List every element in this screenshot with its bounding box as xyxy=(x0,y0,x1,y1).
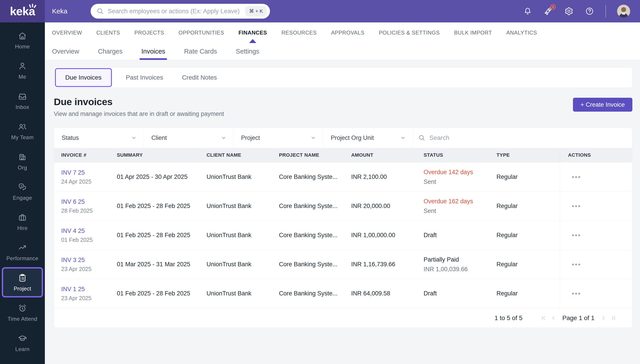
tab-projects[interactable]: PROJECTS xyxy=(134,22,164,43)
row-actions-menu-icon[interactable] xyxy=(570,290,582,297)
subtab-charges[interactable]: Charges xyxy=(98,43,123,60)
summary-cell: 01 Feb 2025 - 28 Feb 2025 xyxy=(117,232,207,239)
tab-past-invoices[interactable]: Past Invoices xyxy=(121,74,168,81)
sidebar-item-home[interactable]: Home xyxy=(0,25,45,55)
sidebar-label: Hire xyxy=(17,225,28,231)
sidebar-item-performance[interactable]: Performance xyxy=(0,237,45,267)
table-search[interactable] xyxy=(413,128,632,148)
sidebar-item-project[interactable]: Project xyxy=(2,267,43,298)
table-row: INV 6 25 28 Feb 2025 01 Feb 2025 - 28 Fe… xyxy=(54,192,632,220)
page-subtitle: View and manage invoices that are in dra… xyxy=(54,110,224,118)
prev-page-icon[interactable] xyxy=(548,313,558,323)
tab-analytics[interactable]: ANALYTICS xyxy=(506,22,537,43)
person-icon xyxy=(18,61,27,71)
summary-cell: 01 Feb 2025 - 28 Feb 2025 xyxy=(117,202,207,210)
alarm-clock-icon xyxy=(18,303,27,313)
sidebar-item-me[interactable]: Me xyxy=(0,55,45,86)
sidebar-item-my-team[interactable]: My Team xyxy=(0,116,45,146)
sidebar-label: Me xyxy=(19,74,26,80)
tab-overview[interactable]: OVERVIEW xyxy=(52,22,82,43)
tab-opportunities[interactable]: OPPORTUNITIES xyxy=(179,22,224,43)
status-badge: Partially Paid xyxy=(424,256,496,263)
first-page-icon[interactable] xyxy=(539,313,548,323)
invoice-link[interactable]: INV 3 25 xyxy=(61,257,117,264)
team-icon xyxy=(18,122,27,132)
col-invoice: INVOICE # xyxy=(54,152,117,158)
tab-finances[interactable]: FINANCES xyxy=(239,22,267,43)
status-sub: Sent xyxy=(424,208,496,214)
sidebar-item-time-attend[interactable]: Time Attend xyxy=(0,298,45,328)
col-type: TYPE xyxy=(496,152,560,158)
row-actions-menu-icon[interactable] xyxy=(570,203,582,209)
subtab-invoices[interactable]: Invoices xyxy=(141,43,165,60)
chevron-down-icon xyxy=(131,135,137,141)
breadcrumb: Keka xyxy=(52,8,67,15)
subtab-settings[interactable]: Settings xyxy=(236,43,259,60)
tab-approvals[interactable]: APPROVALS xyxy=(331,22,364,43)
client-filter-dropdown[interactable]: Client xyxy=(144,128,233,148)
notification-dot xyxy=(550,4,556,10)
invoice-date: 28 Feb 2025 xyxy=(61,208,117,214)
sidebar-item-hire[interactable]: Hire xyxy=(0,207,45,237)
sidebar-item-inbox[interactable]: Inbox xyxy=(0,86,45,116)
invoice-link[interactable]: INV 1 25 xyxy=(61,286,117,293)
sidebar-label: Time Attend xyxy=(8,316,38,322)
row-actions-menu-icon[interactable] xyxy=(570,232,582,238)
tab-due-invoices[interactable]: Due Invoices xyxy=(55,68,112,87)
type-cell: Regular xyxy=(496,232,560,239)
type-cell: Regular xyxy=(496,261,560,268)
sidebar-label: Project xyxy=(14,286,31,292)
subtab-rate-cards[interactable]: Rate Cards xyxy=(184,43,217,60)
invoice-link[interactable]: INV 4 25 xyxy=(61,228,117,234)
invoice-link[interactable]: INV 6 25 xyxy=(61,198,117,205)
whats-new-rocket-icon[interactable] xyxy=(543,6,553,16)
sidebar-item-learn[interactable]: Learn xyxy=(0,328,45,358)
invoice-date: 23 Apr 2025 xyxy=(61,266,117,272)
table-search-input[interactable] xyxy=(429,134,632,142)
summary-cell: 01 Feb 2025 - 28 Feb 2025 xyxy=(117,290,207,297)
tab-clients[interactable]: CLIENTS xyxy=(97,22,120,43)
notifications-bell-icon[interactable] xyxy=(523,6,532,16)
tab-resources[interactable]: RESOURCES xyxy=(281,22,317,43)
project-cell: Core Banking Syste... xyxy=(279,202,351,210)
amount-cell: INR 20,000.00 xyxy=(351,202,424,210)
type-cell: Regular xyxy=(496,174,560,180)
trend-icon xyxy=(18,243,27,252)
pagination: 1 to 5 of 5 Page 1 of 1 xyxy=(54,308,632,328)
amount-cell: INR 1,16,739.66 xyxy=(351,261,424,268)
global-search[interactable]: ⌘ + K xyxy=(91,4,270,18)
project-org-unit-filter-dropdown[interactable]: Project Org Unit xyxy=(323,128,413,148)
finances-sub-nav: Overview Charges Invoices Rate Cards Set… xyxy=(45,43,640,60)
create-invoice-button[interactable]: + Create Invoice xyxy=(573,98,632,112)
sidebar-item-engage[interactable]: Engage xyxy=(0,176,45,207)
user-avatar[interactable] xyxy=(617,5,630,18)
next-page-icon[interactable] xyxy=(598,313,608,323)
row-actions-menu-icon[interactable] xyxy=(570,174,582,180)
search-icon xyxy=(97,8,104,15)
inbox-icon xyxy=(18,92,27,101)
invoice-link[interactable]: INV 7 25 xyxy=(61,169,117,176)
col-actions: ACTIONS xyxy=(560,148,632,162)
sidebar-label: Org xyxy=(18,164,27,171)
sidebar: Home Me Inbox My Team Org Engage xyxy=(0,22,45,364)
chevron-down-icon xyxy=(310,135,316,141)
tab-credit-notes[interactable]: Credit Notes xyxy=(177,74,222,81)
col-status: STATUS xyxy=(424,152,496,158)
tab-policies-settings[interactable]: POLICIES & SETTINGS xyxy=(379,22,439,43)
row-actions-menu-icon[interactable] xyxy=(570,261,582,268)
tab-bulk-import[interactable]: BULK IMPORT xyxy=(454,22,492,43)
shortcut-badge: ⌘ + K xyxy=(245,6,267,16)
invoice-tab-strip: Due Invoices Past Invoices Credit Notes xyxy=(54,67,632,88)
help-icon[interactable] xyxy=(585,6,594,16)
global-search-input[interactable] xyxy=(108,8,245,15)
status-filter-dropdown[interactable]: Status xyxy=(54,128,144,148)
project-filter-dropdown[interactable]: Project xyxy=(233,128,323,148)
dropdown-label: Client xyxy=(151,134,167,142)
keka-logo[interactable]: keka xyxy=(0,0,45,22)
sidebar-item-org[interactable]: Org xyxy=(0,146,45,176)
table-row: INV 4 25 01 Feb 2025 01 Feb 2025 - 28 Fe… xyxy=(54,220,632,250)
settings-gear-icon[interactable] xyxy=(564,6,574,16)
last-page-icon[interactable] xyxy=(608,313,618,323)
type-cell: Regular xyxy=(496,290,560,297)
subtab-overview[interactable]: Overview xyxy=(52,43,79,60)
